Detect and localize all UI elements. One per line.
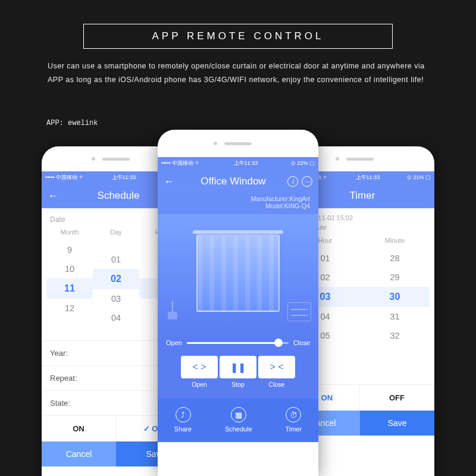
curtain-graphic — [196, 234, 280, 312]
device-info: Manufacturer:KingArt Model:KING-Q4 — [158, 194, 318, 214]
plant-icon — [166, 301, 179, 321]
open-close-slider[interactable]: Open Close — [158, 332, 318, 352]
page-title: APP REMOTE CONTROL — [152, 30, 324, 42]
phone-bezel — [158, 130, 318, 157]
share-icon: ⤴ — [176, 407, 191, 422]
curtain-illustration — [158, 214, 318, 332]
phone-device: ••••• 中国移动 ᯤ 上午11:33 ⊙ 22% ▢ ← Office Wi… — [158, 130, 318, 476]
schedule-action[interactable]: ▦ Schedule — [225, 407, 252, 433]
page-title-box: APP REMOTE CONTROL — [83, 24, 393, 49]
close-button[interactable]: > < — [258, 356, 295, 378]
control-button-labels: Open Stop Close — [158, 381, 318, 399]
appbar-device: ← Office Window i ⋯ — [158, 169, 318, 194]
cancel-button[interactable]: Cancel — [42, 441, 116, 466]
open-button[interactable]: < > — [181, 356, 218, 378]
tab-date[interactable]: Date — [50, 215, 167, 224]
slider-thumb[interactable] — [274, 339, 283, 347]
control-buttons: < > ❚❚ > < — [158, 352, 318, 381]
dresser-icon — [287, 302, 311, 321]
save-button[interactable]: Save — [360, 411, 434, 436]
slider-open-label: Open — [166, 339, 182, 346]
stop-button[interactable]: ❚❚ — [220, 356, 256, 378]
timer-action[interactable]: ⏱ Timer — [285, 407, 302, 433]
phones-row: ••••• 中国移动 ᯤ 上午11:33 ⊙ 21% ▢ ← Schedule … — [0, 130, 476, 476]
state-on[interactable]: ON — [42, 416, 116, 441]
appbar-title: Timer — [307, 190, 418, 202]
back-icon[interactable]: ← — [48, 190, 58, 202]
share-action[interactable]: ⤴ Share — [174, 407, 192, 433]
calendar-icon: ▦ — [231, 407, 246, 422]
timer-icon: ⏱ — [286, 407, 301, 422]
slider-track[interactable] — [187, 342, 289, 344]
state-off[interactable]: OFF — [360, 385, 434, 411]
more-icon[interactable]: ⋯ — [302, 176, 312, 187]
status-bar: ••••• 中国移动 ᯤ 上午11:33 ⊙ 22% ▢ — [158, 157, 318, 169]
bottom-actions: ⤴ Share ▦ Schedule ⏱ Timer — [158, 399, 318, 442]
page-description: User can use a smartphone to remotely op… — [48, 60, 428, 87]
info-icon[interactable]: i — [287, 176, 298, 187]
slider-close-label: Close — [293, 339, 310, 346]
device-title: Office Window — [179, 176, 287, 187]
back-icon[interactable]: ← — [164, 176, 174, 188]
app-name-label: APP: ewelink — [46, 119, 98, 127]
